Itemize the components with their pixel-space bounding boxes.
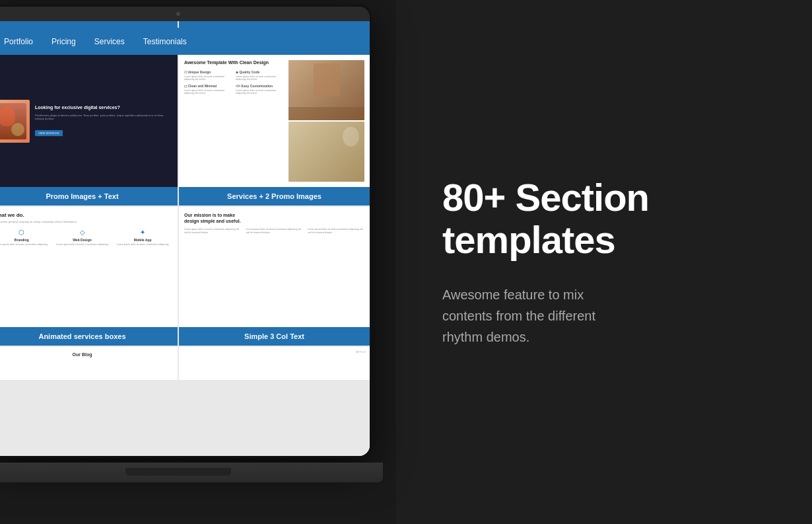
card-simple-3-col[interactable]: Our mission is to make design simple and… xyxy=(179,207,370,346)
info-headline: 80+ Sectiontemplates xyxy=(442,176,649,261)
card-blog-partial: Our Blog xyxy=(0,347,178,380)
services-item-4: </> Easy Customization Lorem ipsum dolor… xyxy=(236,84,285,95)
branding-icon: ⬡ xyxy=(0,229,50,236)
card-services-promo[interactable]: Awesome Template With Clean Design ⬡ Uni… xyxy=(179,55,370,206)
col-2-text: Lorem ipsum dolor sit amet consectetur a… xyxy=(246,228,303,234)
nav-item-services[interactable]: Services xyxy=(85,37,134,46)
anim-boxes: ⬡ Branding Lorem ipsum dolor sit amet, c… xyxy=(0,229,171,246)
anim-box-text-3: Lorem ipsum dolor sit amet, consectetur … xyxy=(114,243,171,246)
blog-title: Our Blog xyxy=(73,352,92,357)
simple3col-cols: Lorem ipsum dolor sit amet consectetur a… xyxy=(184,228,364,234)
col-1-text: Lorem ipsum dolor sit amet consectetur a… xyxy=(184,228,241,234)
anim-box-title-1: Branding xyxy=(0,238,50,242)
laptop-camera xyxy=(176,12,180,16)
site-nav: Portfolio Pricing Services Testimonials xyxy=(0,28,370,55)
blog-preview-partial: Our Blog xyxy=(0,347,178,380)
nav-item-pricing[interactable]: Pricing xyxy=(42,37,85,46)
anim-box-title-3: Mobile App xyxy=(114,238,171,242)
template-grid: Looking for exclusive digital services? … xyxy=(0,55,370,456)
services-preview-area: Awesome Template With Clean Design ⬡ Uni… xyxy=(179,55,370,187)
webdesign-icon: ◇ xyxy=(54,229,111,236)
info-description: Awesome feature to mixcontents from the … xyxy=(442,284,649,348)
simple3col-preview: Our mission is to make design simple and… xyxy=(179,207,370,327)
promo-heading: Looking for exclusive digital services? xyxy=(35,105,171,110)
blog-right-partial: ARTICLE xyxy=(179,347,370,380)
card-animated-services[interactable]: What we do. Why forever growing company … xyxy=(0,207,178,346)
mobileapp-icon: ✦ xyxy=(114,229,171,236)
simple3col-heading: Our mission is to make design simple and… xyxy=(184,212,250,224)
promo-button[interactable]: VIEW SERVICES xyxy=(35,130,63,136)
col-1: Lorem ipsum dolor sit amet consectetur a… xyxy=(184,228,241,234)
card-label-promo: Promo Images + Text xyxy=(0,187,178,206)
laptop-frame-outer: Portfolio Pricing Services Testimonials xyxy=(0,0,383,502)
info-section: 80+ Sectiontemplates Awesome feature to … xyxy=(396,0,812,524)
anim-box-text-1: Lorem ipsum dolor sit amet, consectetur … xyxy=(0,243,50,246)
partial-top-cards xyxy=(0,21,370,28)
laptop-frame: Portfolio Pricing Services Testimonials xyxy=(0,7,370,456)
animated-preview: What we do. Why forever growing company … xyxy=(0,207,178,327)
anim-box-3: ✦ Mobile App Lorem ipsum dolor sit amet,… xyxy=(114,229,171,246)
services-title: Awesome Template With Clean Design xyxy=(184,60,285,65)
col-2: Lorem ipsum dolor sit amet consectetur a… xyxy=(246,228,303,234)
services-item-1: ⬡ Unique Design Lorem ipsum dolor sit am… xyxy=(184,70,233,81)
blog-date-partial: ARTICLE xyxy=(179,347,370,380)
anim-box-2: ◇ Web Design Lorem ipsum dolor sit amet,… xyxy=(54,229,111,246)
partial-card-left xyxy=(0,21,178,28)
laptop-foot xyxy=(125,468,231,476)
promo-text: Looking for exclusive digital services? … xyxy=(35,105,171,137)
laptop-screen: Portfolio Pricing Services Testimonials xyxy=(0,21,370,456)
card-label-services: Services + 2 Promo Images xyxy=(179,187,370,206)
laptop-section: Portfolio Pricing Services Testimonials xyxy=(0,0,396,524)
laptop-base xyxy=(0,463,383,482)
laptop-bezel xyxy=(0,7,370,21)
card-label-animated: Animated services boxes xyxy=(0,327,178,346)
card-promo-images-text[interactable]: Looking for exclusive digital services? … xyxy=(0,55,178,206)
services-item-2: ◈ Quality Code Lorem ipsum dolor sit ame… xyxy=(236,70,285,81)
promo-image xyxy=(0,100,30,143)
blog-date: ARTICLE xyxy=(356,351,366,376)
nav-item-testimonials[interactable]: Testimonials xyxy=(134,37,196,46)
services-grid: ⬡ Unique Design Lorem ipsum dolor sit am… xyxy=(184,70,285,95)
anim-title: What we do. xyxy=(0,212,171,218)
col-3: Lorem ipsum dolor sit amet consectetur a… xyxy=(308,228,364,234)
anim-box-title-2: Web Design xyxy=(54,238,111,242)
anim-box-1: ⬡ Branding Lorem ipsum dolor sit amet, c… xyxy=(0,229,50,246)
anim-subtitle: Why forever growing company as nohup com… xyxy=(0,220,171,223)
partial-card-right xyxy=(179,21,370,28)
anim-box-text-2: Lorem ipsum dolor sit amet, consectetur … xyxy=(54,243,111,246)
col-3-text: Lorem ipsum dolor sit amet consectetur a… xyxy=(308,228,364,234)
card-label-simple3col: Simple 3 Col Text xyxy=(179,327,370,346)
info-content: 80+ Sectiontemplates Awesome feature to … xyxy=(442,176,649,348)
promo-preview: Looking for exclusive digital services? … xyxy=(0,55,178,187)
promo-body: Presthemes plugin at themes.axility.com.… xyxy=(35,114,171,121)
nav-item-portfolio[interactable]: Portfolio xyxy=(0,37,42,46)
services-item-3: ◻ Clean and Minimal Lorem ipsum dolor si… xyxy=(184,84,233,95)
